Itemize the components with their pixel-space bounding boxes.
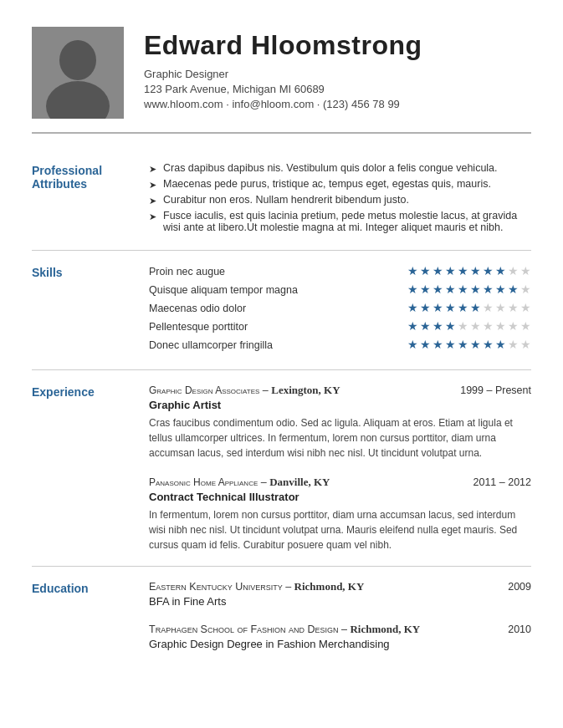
school-name: Traphagen School of Fashion and Design — [149, 624, 339, 635]
star-filled: ★ — [445, 301, 456, 315]
star-filled: ★ — [470, 264, 481, 278]
skill-name: Proin nec augue — [149, 266, 225, 277]
skills-content: Proin nec augue★★★★★★★★★★Quisque aliquam… — [149, 264, 531, 356]
star-filled: ★ — [420, 283, 431, 297]
attribute-item: Maecenas pede purus, tristique ac, tempu… — [149, 178, 531, 191]
exp-company: Graphic Design Associates – Lexington, K… — [149, 384, 340, 397]
edu-city: Richmond, KY — [294, 580, 365, 593]
experience-entry: Graphic Design Associates – Lexington, K… — [149, 384, 531, 461]
skill-stars: ★★★★★★★★★★ — [407, 283, 531, 297]
star-empty: ★ — [508, 301, 519, 315]
svg-point-1 — [59, 40, 96, 80]
edu-school: Eastern Kentucky University – Richmond, … — [149, 580, 364, 593]
star-filled: ★ — [458, 264, 468, 278]
company-name: Graphic Design Associates — [149, 384, 259, 396]
star-filled: ★ — [495, 338, 506, 352]
star-filled: ★ — [445, 319, 456, 333]
exp-company: Panasonic Home Appliance – Danville, KY — [149, 476, 330, 489]
experience-label: Experience — [32, 384, 149, 552]
attributes-list: Cras dapibus dapibus nis. Vestibulum qui… — [149, 162, 531, 233]
star-filled: ★ — [495, 264, 506, 278]
star-empty: ★ — [520, 319, 531, 333]
skill-row: Pellentesque porttitor★★★★★★★★★★ — [149, 319, 531, 333]
experience-section: Experience Graphic Design Associates – L… — [32, 370, 531, 567]
star-empty: ★ — [483, 319, 494, 333]
edu-degree: Graphic Design Degree in Fashion Merchan… — [149, 638, 531, 650]
star-filled: ★ — [420, 338, 431, 352]
star-filled: ★ — [508, 283, 519, 297]
header: Edward Hloomstrong Graphic Designer 123 … — [32, 27, 531, 134]
star-empty: ★ — [520, 301, 531, 315]
star-empty: ★ — [508, 264, 519, 278]
edu-degree: BFA in Fine Arts — [149, 595, 531, 608]
professional-section: ProfessionalAttributes Cras dapibus dapi… — [32, 149, 531, 251]
experience-content: Graphic Design Associates – Lexington, K… — [149, 384, 531, 552]
star-empty: ★ — [470, 319, 481, 333]
education-section: Education Eastern Kentucky University – … — [32, 567, 531, 664]
star-filled: ★ — [407, 264, 418, 278]
edu-year: 2009 — [508, 581, 531, 593]
star-filled: ★ — [407, 319, 418, 333]
skill-stars: ★★★★★★★★★★ — [407, 338, 531, 352]
education-entry: Traphagen School of Fashion and Design –… — [149, 623, 531, 650]
avatar — [32, 27, 124, 119]
education-content: Eastern Kentucky University – Richmond, … — [149, 580, 531, 650]
exp-desc: In fermentum, lorem non cursus porttitor… — [149, 507, 531, 552]
star-empty: ★ — [495, 301, 506, 315]
skill-row: Proin nec augue★★★★★★★★★★ — [149, 264, 531, 278]
skills-section: Skills Proin nec augue★★★★★★★★★★Quisque … — [32, 251, 531, 370]
star-filled: ★ — [420, 264, 431, 278]
skill-stars: ★★★★★★★★★★ — [407, 301, 531, 315]
education-label: Education — [32, 580, 149, 650]
star-filled: ★ — [458, 283, 468, 297]
skill-row: Donec ullamcorper fringilla★★★★★★★★★★ — [149, 338, 531, 352]
header-info: Edward Hloomstrong Graphic Designer 123 … — [144, 27, 422, 110]
edu-year: 2010 — [508, 624, 531, 635]
star-filled: ★ — [445, 338, 456, 352]
company-name: Panasonic Home Appliance — [149, 476, 258, 488]
address: 123 Park Avenue, Michigan MI 60689 — [144, 83, 422, 95]
edu-city: Richmond, KY — [350, 623, 420, 635]
exp-desc: Cras faucibus condimentum odio. Sed ac l… — [149, 415, 531, 461]
star-filled: ★ — [483, 338, 494, 352]
star-filled: ★ — [407, 301, 418, 315]
star-filled: ★ — [432, 338, 443, 352]
exp-dates: 1999 – Present — [460, 384, 531, 396]
skill-row: Maecenas odio dolor★★★★★★★★★★ — [149, 301, 531, 315]
skill-stars: ★★★★★★★★★★ — [407, 319, 531, 333]
skill-name: Maecenas odio dolor — [149, 303, 246, 314]
skill-name: Pellentesque porttitor — [149, 321, 248, 333]
attribute-item: Cras dapibus dapibus nis. Vestibulum qui… — [149, 162, 531, 175]
star-filled: ★ — [420, 301, 431, 315]
star-filled: ★ — [495, 283, 506, 297]
star-filled: ★ — [432, 319, 443, 333]
star-empty: ★ — [508, 319, 519, 333]
star-empty: ★ — [495, 319, 506, 333]
exp-city: Danville, KY — [269, 476, 330, 488]
exp-jobtitle: Contract Technical Illustrator — [149, 491, 531, 503]
skills-label: Skills — [32, 264, 149, 356]
star-filled: ★ — [458, 338, 468, 352]
star-filled: ★ — [458, 301, 468, 315]
web-contact: www.hloom.com · info@hloom.com · (123) 4… — [144, 98, 422, 110]
star-filled: ★ — [407, 338, 418, 352]
school-name: Eastern Kentucky University — [149, 581, 283, 593]
star-filled: ★ — [432, 264, 443, 278]
star-filled: ★ — [407, 283, 418, 297]
star-filled: ★ — [470, 301, 481, 315]
exp-header: Graphic Design Associates – Lexington, K… — [149, 384, 531, 397]
star-empty: ★ — [520, 264, 531, 278]
star-filled: ★ — [483, 264, 494, 278]
attribute-item: Fusce iaculis, est quis lacinia pretium,… — [149, 210, 531, 233]
skill-name: Quisque aliquam tempor magna — [149, 284, 298, 296]
job-title: Graphic Designer — [144, 68, 422, 80]
star-filled: ★ — [445, 283, 456, 297]
exp-dates: 2011 – 2012 — [473, 476, 531, 488]
edu-school: Traphagen School of Fashion and Design –… — [149, 623, 420, 636]
exp-header: Panasonic Home Appliance – Danville, KY2… — [149, 476, 531, 489]
star-empty: ★ — [520, 338, 531, 352]
star-filled: ★ — [432, 283, 443, 297]
edu-header: Eastern Kentucky University – Richmond, … — [149, 580, 531, 593]
star-filled: ★ — [432, 301, 443, 315]
star-filled: ★ — [483, 283, 494, 297]
